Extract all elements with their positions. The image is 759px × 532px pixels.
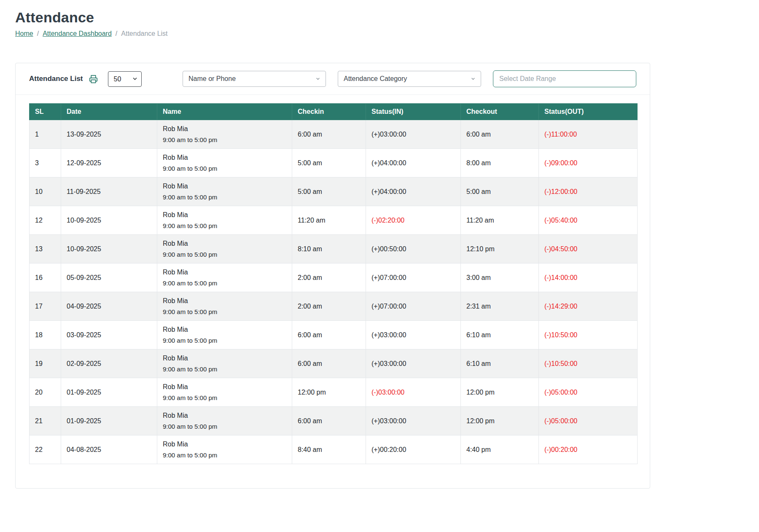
shift-time: 9:00 am to 5:00 pm <box>163 394 286 401</box>
cell-sl: 21 <box>30 407 61 435</box>
cell-date: 05-09-2025 <box>61 263 157 292</box>
cell-checkin: 2:00 am <box>292 263 366 292</box>
cell-status-out: (-)11:00:00 <box>539 120 638 149</box>
cell-date: 13-09-2025 <box>61 120 157 149</box>
cell-sl: 13 <box>30 235 61 263</box>
shift-time: 9:00 am to 5:00 pm <box>163 337 286 344</box>
card-header: Attendance List 50 <box>16 63 650 95</box>
shift-time: 9:00 am to 5:00 pm <box>163 423 286 430</box>
table-row: 22 04-08-2025 Rob Mia 9:00 am to 5:00 pm… <box>30 435 638 464</box>
date-range-input[interactable] <box>493 70 636 87</box>
column-header-sl: SL <box>30 104 61 120</box>
table-head: SLDateNameCheckinStatus(IN)CheckoutStatu… <box>30 104 638 120</box>
breadcrumb-home-link[interactable]: Home <box>15 30 33 38</box>
page-title: Attendance <box>15 9 759 26</box>
column-header-status-out: Status(OUT) <box>539 104 638 120</box>
employee-name: Rob Mia <box>163 183 286 190</box>
name-or-phone-select[interactable]: Name or Phone <box>183 71 326 87</box>
employee-name: Rob Mia <box>163 240 286 247</box>
caret-down-icon <box>315 76 320 81</box>
cell-status-out: (-)14:29:00 <box>539 292 638 321</box>
print-button[interactable] <box>89 75 98 83</box>
attendance-category-select[interactable]: Attendance Category <box>338 71 481 87</box>
shift-time: 9:00 am to 5:00 pm <box>163 308 286 315</box>
cell-sl: 16 <box>30 263 61 292</box>
table-row: 13 10-09-2025 Rob Mia 9:00 am to 5:00 pm… <box>30 235 638 263</box>
cell-status-out: (-)04:50:00 <box>539 235 638 263</box>
cell-status-in: (-)03:00:00 <box>366 378 461 407</box>
per-page-select-wrap: 50 <box>108 71 142 87</box>
cell-name: Rob Mia 9:00 am to 5:00 pm <box>157 235 292 263</box>
cell-status-in: (+)03:00:00 <box>366 349 461 378</box>
shift-time: 9:00 am to 5:00 pm <box>163 279 286 287</box>
cell-checkout: 3:00 am <box>461 263 539 292</box>
cell-checkout: 12:10 pm <box>461 235 539 263</box>
attendance-page: Attendance Home / Attendance Dashboard /… <box>0 0 759 489</box>
cell-checkin: 6:00 am <box>292 120 366 149</box>
table-row: 1 13-09-2025 Rob Mia 9:00 am to 5:00 pm … <box>30 120 638 149</box>
cell-name: Rob Mia 9:00 am to 5:00 pm <box>157 435 292 464</box>
breadcrumb-attendance-dashboard-link[interactable]: Attendance Dashboard <box>43 30 112 38</box>
cell-checkout: 6:00 am <box>461 120 539 149</box>
cell-status-in: (+)07:00:00 <box>366 263 461 292</box>
cell-checkin: 6:00 am <box>292 407 366 435</box>
filters: Name or Phone Attendance Category <box>183 70 636 87</box>
table-header-row: SLDateNameCheckinStatus(IN)CheckoutStatu… <box>30 104 638 120</box>
employee-name: Rob Mia <box>163 355 286 362</box>
column-header-date: Date <box>61 104 157 120</box>
cell-status-in: (-)02:20:00 <box>366 206 461 235</box>
employee-name: Rob Mia <box>163 269 286 276</box>
cell-name: Rob Mia 9:00 am to 5:00 pm <box>157 120 292 149</box>
per-page-select[interactable]: 50 <box>108 71 142 87</box>
table-row: 21 01-09-2025 Rob Mia 9:00 am to 5:00 pm… <box>30 407 638 435</box>
cell-sl: 20 <box>30 378 61 407</box>
cell-sl: 17 <box>30 292 61 321</box>
attendance-list-card: Attendance List 50 <box>15 63 650 489</box>
name-or-phone-label: Name or Phone <box>188 75 236 83</box>
employee-name: Rob Mia <box>163 383 286 391</box>
shift-time: 9:00 am to 5:00 pm <box>163 451 286 459</box>
cell-checkin: 6:00 am <box>292 349 366 378</box>
employee-name: Rob Mia <box>163 326 286 333</box>
cell-sl: 10 <box>30 177 61 206</box>
cell-checkout: 11:20 am <box>461 206 539 235</box>
cell-date: 01-09-2025 <box>61 378 157 407</box>
cell-status-out: (-)05:00:00 <box>539 407 638 435</box>
cell-date: 03-09-2025 <box>61 321 157 349</box>
cell-status-out: (-)00:20:00 <box>539 435 638 464</box>
shift-time: 9:00 am to 5:00 pm <box>163 222 286 229</box>
cell-status-in: (+)00:50:00 <box>366 235 461 263</box>
shift-time: 9:00 am to 5:00 pm <box>163 365 286 373</box>
cell-status-in: (+)04:00:00 <box>366 177 461 206</box>
cell-date: 11-09-2025 <box>61 177 157 206</box>
cell-date: 02-09-2025 <box>61 349 157 378</box>
cell-checkout: 6:10 am <box>461 321 539 349</box>
breadcrumb-current: Attendance List <box>121 30 167 38</box>
cell-sl: 1 <box>30 120 61 149</box>
cell-checkout: 6:10 am <box>461 349 539 378</box>
cell-date: 04-08-2025 <box>61 435 157 464</box>
cell-name: Rob Mia 9:00 am to 5:00 pm <box>157 349 292 378</box>
table-row: 17 04-09-2025 Rob Mia 9:00 am to 5:00 pm… <box>30 292 638 321</box>
cell-checkin: 8:10 am <box>292 235 366 263</box>
cell-checkin: 11:20 am <box>292 206 366 235</box>
column-header-status-in: Status(IN) <box>366 104 461 120</box>
cell-status-out: (-)12:00:00 <box>539 177 638 206</box>
cell-status-out: (-)10:50:00 <box>539 349 638 378</box>
table-row: 20 01-09-2025 Rob Mia 9:00 am to 5:00 pm… <box>30 378 638 407</box>
cell-status-out: (-)05:00:00 <box>539 378 638 407</box>
employee-name: Rob Mia <box>163 154 286 161</box>
table-row: 3 12-09-2025 Rob Mia 9:00 am to 5:00 pm … <box>30 149 638 177</box>
cell-checkout: 8:00 am <box>461 149 539 177</box>
shift-time: 9:00 am to 5:00 pm <box>163 165 286 172</box>
employee-name: Rob Mia <box>163 297 286 305</box>
table-wrap: SLDateNameCheckinStatus(IN)CheckoutStatu… <box>16 95 650 478</box>
column-header-checkin: Checkin <box>292 104 366 120</box>
table-row: 16 05-09-2025 Rob Mia 9:00 am to 5:00 pm… <box>30 263 638 292</box>
cell-checkin: 5:00 am <box>292 177 366 206</box>
cell-status-out: (-)09:00:00 <box>539 149 638 177</box>
shift-time: 9:00 am to 5:00 pm <box>163 136 286 143</box>
cell-checkout: 12:00 pm <box>461 407 539 435</box>
cell-status-in: (+)04:00:00 <box>366 149 461 177</box>
column-header-name: Name <box>157 104 292 120</box>
